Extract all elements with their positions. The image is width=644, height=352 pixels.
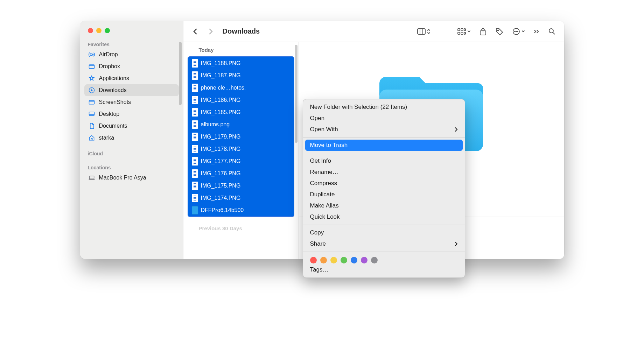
- menu-item-label: New Folder with Selection (22 Items): [310, 104, 407, 111]
- file-name: IMG_1185.PNG: [201, 109, 241, 115]
- sidebar-item-home[interactable]: starka: [84, 132, 179, 144]
- menu-item[interactable]: Make Alias: [303, 200, 465, 211]
- share-button[interactable]: [477, 27, 489, 36]
- sidebar-item-applications[interactable]: Applications: [84, 72, 179, 84]
- file-name: IMG_1174.PNG: [201, 195, 241, 201]
- file-name: IMG_1176.PNG: [201, 170, 241, 177]
- menu-item-label: Open: [310, 115, 325, 122]
- file-row[interactable]: IMG_1186.PNG: [188, 94, 294, 106]
- file-row[interactable]: albums.png: [188, 118, 294, 131]
- laptop-icon: [88, 174, 96, 182]
- menu-item-label: Copy: [310, 229, 324, 236]
- desktop-icon: [88, 110, 96, 118]
- context-menu: New Folder with Selection (22 Items)Open…: [303, 99, 465, 278]
- file-name: IMG_1175.PNG: [201, 183, 241, 189]
- tag-color[interactable]: [351, 257, 357, 263]
- file-name: IMG_1187.PNG: [201, 72, 241, 79]
- view-columns-button[interactable]: [415, 28, 433, 35]
- sidebar-item-downloads[interactable]: Downloads: [84, 84, 179, 96]
- menu-item[interactable]: Rename…: [303, 167, 465, 178]
- nav-back-button[interactable]: [190, 26, 201, 37]
- menu-item[interactable]: New Folder with Selection (22 Items): [303, 101, 465, 113]
- menu-item-label: Open With: [310, 126, 338, 133]
- sidebar-item-label: Dropbox: [99, 63, 120, 70]
- home-icon: [88, 134, 96, 142]
- tag-color[interactable]: [310, 257, 317, 263]
- menu-separator: [303, 153, 465, 153]
- menu-item-label: Get Info: [310, 157, 331, 164]
- image-thumb-icon: [192, 194, 198, 202]
- sidebar-item-airdrop[interactable]: AirDrop: [84, 49, 179, 61]
- sidebar-item-label: Downloads: [99, 87, 127, 93]
- group-by-button[interactable]: [455, 28, 473, 35]
- image-thumb-icon: [192, 157, 198, 166]
- tag-color[interactable]: [341, 257, 347, 263]
- file-selection[interactable]: IMG_1188.PNGIMG_1187.PNGphone cle…hotos.…: [188, 56, 294, 217]
- tag-color[interactable]: [330, 257, 337, 263]
- group-previous: Previous 30 Days: [183, 220, 299, 233]
- search-button[interactable]: [546, 28, 558, 35]
- menu-item[interactable]: Open: [303, 113, 465, 124]
- svg-rect-10: [458, 32, 460, 34]
- file-row[interactable]: IMG_1179.PNG: [188, 131, 294, 143]
- close-button[interactable]: [88, 28, 93, 33]
- overflow-button[interactable]: [531, 29, 542, 34]
- menu-item[interactable]: Tags…: [303, 264, 465, 275]
- image-thumb-icon: [192, 182, 198, 190]
- svg-rect-1: [89, 65, 94, 69]
- fullscreen-button[interactable]: [105, 28, 110, 33]
- file-row[interactable]: IMG_1174.PNG: [188, 192, 294, 204]
- svg-point-0: [91, 54, 92, 56]
- sidebar-item-label: ScreenShots: [99, 99, 131, 105]
- svg-point-16: [514, 31, 515, 32]
- column-scrollbar[interactable]: [295, 45, 298, 143]
- menu-item[interactable]: Duplicate: [303, 189, 465, 200]
- file-name: IMG_1178.PNG: [201, 146, 241, 152]
- minimize-button[interactable]: [96, 28, 102, 33]
- actions-button[interactable]: [510, 27, 527, 36]
- file-name: phone cle…hotos.: [201, 85, 246, 91]
- menu-item-label: Duplicate: [310, 191, 335, 198]
- svg-point-14: [497, 30, 498, 31]
- sidebar-item-dropbox[interactable]: Dropbox: [84, 61, 179, 72]
- menu-item[interactable]: Share: [303, 238, 465, 249]
- file-name: DFFPro6.14b500: [201, 207, 244, 213]
- folder-icon: [88, 98, 96, 106]
- file-row[interactable]: IMG_1176.PNG: [188, 167, 294, 179]
- menu-item[interactable]: Compress: [303, 178, 465, 189]
- sidebar-item-desktop[interactable]: Desktop: [84, 108, 179, 120]
- file-row[interactable]: IMG_1178.PNG: [188, 143, 294, 155]
- tag-color[interactable]: [361, 257, 368, 263]
- sidebar-item-documents[interactable]: Documents: [84, 120, 179, 132]
- toolbar: Downloads: [183, 21, 564, 42]
- menu-item[interactable]: Get Info: [303, 155, 465, 167]
- svg-point-17: [516, 31, 517, 32]
- chevron-right-icon: [455, 127, 458, 132]
- tag-color[interactable]: [320, 257, 327, 263]
- menu-item-label: Tags…: [310, 266, 329, 273]
- file-row[interactable]: IMG_1187.PNG: [188, 69, 294, 82]
- menu-item[interactable]: Move to Trash: [305, 140, 463, 151]
- file-row[interactable]: IMG_1177.PNG: [188, 155, 294, 167]
- file-row[interactable]: IMG_1185.PNG: [188, 106, 294, 118]
- tag-color[interactable]: [371, 257, 378, 263]
- nav-forward-button[interactable]: [205, 26, 216, 37]
- menu-item[interactable]: Open With: [303, 124, 465, 135]
- file-row[interactable]: DFFPro6.14b500: [188, 204, 294, 216]
- menu-item-label: Rename…: [310, 169, 338, 176]
- file-row[interactable]: phone cle…hotos.: [188, 82, 294, 94]
- applications-icon: [88, 75, 96, 82]
- image-thumb-icon: [192, 108, 198, 117]
- svg-rect-4: [89, 112, 94, 115]
- menu-item[interactable]: Copy: [303, 227, 465, 238]
- sidebar-item-screenshots[interactable]: ScreenShots: [84, 96, 179, 108]
- image-thumb-icon: [192, 145, 198, 153]
- folder-icon: [192, 206, 198, 214]
- file-row[interactable]: IMG_1175.PNG: [188, 179, 294, 192]
- svg-rect-8: [461, 29, 463, 31]
- sidebar-item-machine[interactable]: MacBook Pro Asya: [84, 172, 179, 184]
- menu-item[interactable]: Quick Look: [303, 211, 465, 223]
- sidebar-item-label: Applications: [99, 75, 129, 82]
- tags-button[interactable]: [493, 28, 506, 35]
- file-row[interactable]: IMG_1188.PNG: [188, 57, 294, 69]
